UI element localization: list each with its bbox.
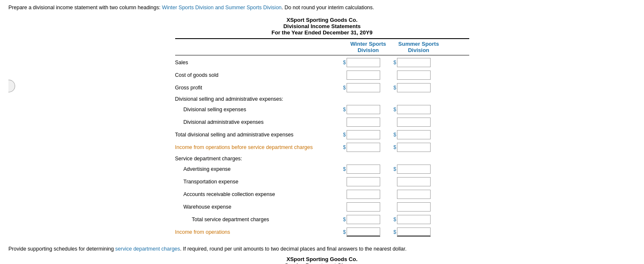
date-line: For the Year Ended December 31, 20Y9 xyxy=(8,29,636,36)
ar-collection-winter-group: $ xyxy=(343,190,394,199)
bottom-statement-title: Service Department Charges xyxy=(8,262,636,264)
income-before-summer-input[interactable] xyxy=(397,143,431,152)
advertising-winter-input[interactable] xyxy=(347,165,380,174)
instruction-text: Prepare a divisional income statement wi… xyxy=(8,4,636,12)
warehouse-summer-group: $ xyxy=(394,202,444,212)
div-selling-label: Divisional selling expenses xyxy=(175,107,343,112)
dollar-sign: $ xyxy=(343,229,346,235)
income-before-row: Income from operations before service de… xyxy=(175,142,469,153)
gross-profit-winter-input[interactable] xyxy=(347,83,380,92)
total-div-summer-group: $ xyxy=(394,130,444,139)
div-expenses-header-label: Divisional selling and administrative ex… xyxy=(175,96,343,102)
dollar-sign: $ xyxy=(343,132,346,138)
transportation-summer-group: $ xyxy=(394,177,444,186)
dollar-sign: $ xyxy=(343,217,346,222)
dollar-sign: $ xyxy=(394,166,397,172)
advertising-summer-group: $ xyxy=(394,165,444,174)
label-spacer xyxy=(175,41,343,53)
gross-profit-summer-input[interactable] xyxy=(397,83,431,92)
income-ops-winter-input[interactable] xyxy=(347,227,380,237)
div-admin-label: Divisional administrative expenses xyxy=(175,119,343,125)
gross-profit-row: Gross profit $ $ xyxy=(175,82,469,93)
sales-winter-input[interactable] xyxy=(347,58,380,67)
sales-label: Sales xyxy=(175,60,343,65)
transportation-winter-group: $ xyxy=(343,177,394,186)
svc-charges-header-row: Service department charges: xyxy=(175,154,469,163)
dollar-sign: $ xyxy=(343,60,346,65)
div-selling-winter-group: $ xyxy=(343,105,394,114)
income-before-summer-group: $ xyxy=(394,143,444,152)
total-svc-row: Total service department charges $ $ xyxy=(175,214,469,225)
dollar-sign: $ xyxy=(343,107,346,112)
income-ops-row: Income from operations $ $ xyxy=(175,227,469,238)
gross-profit-summer-group: $ xyxy=(394,83,444,92)
dollar-sign: $ xyxy=(343,166,346,172)
gross-profit-label: Gross profit xyxy=(175,85,343,91)
transportation-row: Transportation expense $ $ xyxy=(175,176,469,187)
warehouse-row: Warehouse expense $ $ xyxy=(175,201,469,212)
cost-goods-winter-input[interactable] xyxy=(347,71,380,80)
bottom-company-name: XSport Sporting Goods Co. xyxy=(8,256,636,262)
company-name: XSport Sporting Goods Co. xyxy=(8,17,636,23)
column-headers: Winter Sports Division Summer Sports Div… xyxy=(175,38,469,55)
cost-goods-summer-group: $ xyxy=(394,71,444,80)
transportation-winter-input[interactable] xyxy=(347,177,380,186)
dollar-sign: $ xyxy=(394,107,397,112)
total-svc-label: Total service department charges xyxy=(175,217,343,222)
div-admin-summer-group: $ xyxy=(394,118,444,127)
form-rows: Sales $ $ Cost of goods sold $ $ xyxy=(175,57,469,238)
total-svc-summer-input[interactable] xyxy=(397,215,431,224)
total-div-row: Total divisional selling and administrat… xyxy=(175,129,469,140)
transportation-summer-input[interactable] xyxy=(397,177,431,186)
ar-collection-label: Accounts receivable collection expense xyxy=(175,191,343,197)
transportation-label: Transportation expense xyxy=(175,179,343,185)
div-admin-winter-input[interactable] xyxy=(347,118,380,127)
income-statement-table: Winter Sports Division Summer Sports Div… xyxy=(175,38,469,238)
advertising-winter-group: $ xyxy=(343,165,394,174)
dollar-sign: $ xyxy=(394,229,397,235)
ar-collection-winter-input[interactable] xyxy=(347,190,380,199)
total-div-winter-input[interactable] xyxy=(347,130,380,139)
sales-summer-input[interactable] xyxy=(397,58,431,67)
warehouse-summer-input[interactable] xyxy=(397,202,431,212)
dollar-sign: $ xyxy=(394,60,397,65)
div-admin-summer-input[interactable] xyxy=(397,118,431,127)
income-ops-label: Income from operations xyxy=(175,229,343,235)
dollar-sign: $ xyxy=(394,132,397,138)
cost-goods-winter-group: $ xyxy=(343,71,394,80)
warehouse-winter-input[interactable] xyxy=(347,202,380,212)
total-div-label: Total divisional selling and administrat… xyxy=(175,132,343,138)
ar-collection-summer-input[interactable] xyxy=(397,190,431,199)
income-before-winter-input[interactable] xyxy=(347,143,380,152)
income-before-winter-group: $ xyxy=(343,143,394,152)
dollar-sign: $ xyxy=(394,85,397,91)
decorative-circle xyxy=(8,80,15,92)
gross-profit-winter-group: $ xyxy=(343,83,394,92)
div-expenses-header-row: Divisional selling and administrative ex… xyxy=(175,95,469,103)
total-svc-summer-group: $ xyxy=(394,215,444,224)
div-admin-winter-group: $ xyxy=(343,118,394,127)
svc-charges-header-label: Service department charges: xyxy=(175,156,343,162)
cost-goods-row: Cost of goods sold $ $ xyxy=(175,70,469,81)
total-svc-winter-input[interactable] xyxy=(347,215,380,224)
dollar-sign: $ xyxy=(394,144,397,150)
summer-column-header: Summer Sports Division xyxy=(394,41,444,53)
dollar-sign: $ xyxy=(343,85,346,91)
sales-winter-group: $ xyxy=(343,58,394,67)
advertising-row: Advertising expense $ $ xyxy=(175,164,469,175)
total-div-summer-input[interactable] xyxy=(397,130,431,139)
div-selling-winter-input[interactable] xyxy=(347,105,380,114)
sales-summer-group: $ xyxy=(394,58,444,67)
warehouse-winter-group: $ xyxy=(343,202,394,212)
ar-collection-row: Accounts receivable collection expense $… xyxy=(175,189,469,200)
income-ops-summer-input[interactable] xyxy=(397,227,431,237)
dollar-sign: $ xyxy=(394,217,397,222)
company-header: XSport Sporting Goods Co. Divisional Inc… xyxy=(8,17,636,36)
bottom-instruction: Provide supporting schedules for determi… xyxy=(8,246,636,252)
advertising-summer-input[interactable] xyxy=(397,165,431,174)
div-selling-summer-input[interactable] xyxy=(397,105,431,114)
bottom-company-header: XSport Sporting Goods Co. Service Depart… xyxy=(8,256,636,264)
div-admin-row: Divisional administrative expenses $ $ xyxy=(175,117,469,128)
dollar-sign: $ xyxy=(343,144,346,150)
cost-goods-summer-input[interactable] xyxy=(397,71,431,80)
